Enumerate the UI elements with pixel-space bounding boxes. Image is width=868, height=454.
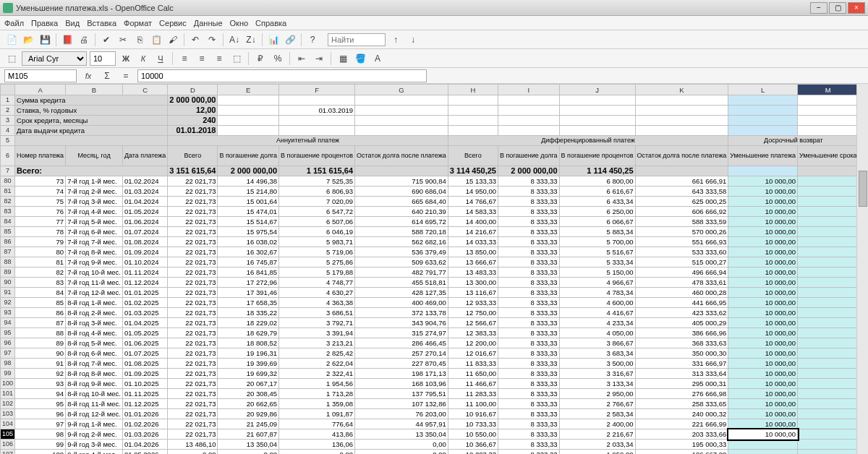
find-input[interactable] — [328, 33, 386, 46]
percent-icon[interactable]: % — [271, 51, 285, 66]
find-prev-icon[interactable]: ↑ — [388, 33, 403, 47]
row-head[interactable]: 87 — [1, 247, 15, 257]
decrease-indent-icon[interactable]: ⇤ — [294, 51, 309, 66]
row-head[interactable]: 96 — [1, 338, 15, 348]
underline-icon[interactable]: Ч — [153, 51, 168, 66]
copy-icon[interactable]: ⎘ — [132, 33, 147, 47]
menu-Файл[interactable]: Файл — [4, 19, 24, 27]
row-head[interactable]: 92 — [1, 298, 15, 308]
print-icon[interactable]: 🖨 — [77, 33, 91, 47]
row-head[interactable]: 91 — [1, 288, 15, 298]
undo-icon[interactable]: ↶ — [188, 33, 203, 47]
menu-Окно[interactable]: Окно — [230, 19, 249, 27]
col-head-D[interactable]: D — [168, 85, 218, 95]
italic-icon[interactable]: К — [136, 51, 150, 66]
row-head[interactable]: 102 — [1, 399, 15, 409]
row-head[interactable]: 101 — [1, 389, 15, 399]
row-head[interactable]: 98 — [1, 359, 15, 369]
row-head[interactable]: 86 — [1, 237, 15, 247]
row-head[interactable]: 105 — [1, 429, 15, 440]
spellcheck-icon[interactable]: ✔ — [99, 33, 114, 47]
row-head[interactable]: 89 — [1, 267, 15, 278]
menu-Формат[interactable]: Формат — [124, 19, 152, 27]
row-head[interactable]: 95 — [1, 328, 15, 338]
align-center-icon[interactable]: ≡ — [195, 51, 209, 66]
col-head-H[interactable]: H — [448, 85, 498, 95]
row-head[interactable]: 83 — [1, 207, 15, 217]
col-head-M[interactable]: M — [798, 85, 859, 95]
formula-input[interactable] — [137, 69, 427, 82]
font-color-icon[interactable]: A — [370, 51, 385, 66]
hyperlink-icon[interactable]: 🔗 — [283, 33, 297, 47]
paste-icon[interactable]: 📋 — [149, 33, 163, 47]
row-head[interactable]: 2 — [1, 106, 15, 116]
help-icon[interactable]: ? — [305, 33, 320, 47]
sort-asc-icon[interactable]: A↓ — [227, 33, 242, 47]
row-head[interactable]: 3 — [1, 116, 15, 126]
close-button[interactable]: × — [848, 2, 865, 14]
minimize-button[interactable]: − — [810, 2, 827, 14]
row-head[interactable]: 93 — [1, 308, 15, 318]
col-head-K[interactable]: K — [635, 85, 728, 95]
row-head[interactable]: 4 — [1, 126, 15, 136]
font-name-select[interactable]: Arial Cyr — [22, 51, 87, 66]
maximize-button[interactable]: ▢ — [829, 2, 846, 14]
chart-icon[interactable]: 📊 — [266, 33, 281, 47]
format-paint-icon[interactable]: 🖌 — [166, 33, 180, 47]
row-head[interactable]: 82 — [1, 197, 15, 207]
bg-color-icon[interactable]: 🪣 — [353, 51, 367, 66]
menu-Правка[interactable]: Правка — [31, 19, 58, 27]
row-head[interactable]: 94 — [1, 318, 15, 328]
menu-Данные[interactable]: Данные — [194, 19, 223, 27]
equals-icon[interactable]: = — [119, 69, 133, 83]
font-size-input[interactable] — [90, 51, 116, 66]
col-head-L[interactable]: L — [728, 85, 798, 95]
col-head-J[interactable]: J — [559, 85, 635, 95]
menu-Сервис[interactable]: Сервис — [159, 19, 187, 27]
row-head[interactable]: 84 — [1, 217, 15, 227]
col-head-B[interactable]: B — [66, 85, 123, 95]
currency-icon[interactable]: ₽ — [253, 51, 268, 66]
redo-icon[interactable]: ↷ — [205, 33, 219, 47]
col-head-A[interactable]: A — [15, 85, 66, 95]
row-head[interactable]: 80 — [1, 176, 15, 187]
menu-Вид[interactable]: Вид — [65, 19, 80, 27]
menu-Вставка[interactable]: Вставка — [87, 19, 116, 27]
row-head[interactable]: 107 — [1, 450, 15, 455]
save-icon[interactable]: 💾 — [38, 33, 52, 47]
row-head[interactable]: 97 — [1, 348, 15, 359]
col-head-E[interactable]: E — [218, 85, 279, 95]
sort-desc-icon[interactable]: Z↓ — [244, 33, 258, 47]
find-next-icon[interactable]: ↓ — [406, 33, 420, 47]
borders-icon[interactable]: ▦ — [336, 51, 350, 66]
col-head-F[interactable]: F — [279, 85, 355, 95]
cut-icon[interactable]: ✂ — [116, 33, 130, 47]
row-head[interactable]: 100 — [1, 379, 15, 389]
row-head[interactable]: 104 — [1, 419, 15, 429]
menu-Справка[interactable]: Справка — [255, 19, 286, 27]
spreadsheet-grid[interactable]: ABCDEFGHIJKLMNOPQRSTUVWXY1Сумма кредита2… — [0, 84, 868, 454]
align-right-icon[interactable]: ≡ — [212, 51, 226, 66]
row-head[interactable]: 88 — [1, 257, 15, 267]
row-head[interactable]: 90 — [1, 278, 15, 288]
select-all[interactable] — [1, 85, 15, 95]
row-head[interactable]: 106 — [1, 440, 15, 450]
vertical-scrollbar[interactable] — [856, 84, 868, 454]
export-pdf-icon[interactable]: 📕 — [60, 33, 75, 47]
fx-icon[interactable]: fx — [81, 69, 95, 83]
col-head-I[interactable]: I — [498, 85, 559, 95]
styles-icon[interactable]: ⬚ — [4, 51, 19, 66]
row-head[interactable]: 1 — [1, 95, 15, 106]
col-head-G[interactable]: G — [355, 85, 448, 95]
merge-cells-icon[interactable]: ⬚ — [229, 51, 244, 66]
open-icon[interactable]: 📂 — [21, 33, 35, 47]
row-head[interactable]: 103 — [1, 409, 15, 419]
bold-icon[interactable]: Ж — [119, 51, 133, 66]
col-head-C[interactable]: C — [122, 85, 167, 95]
new-icon[interactable]: 📄 — [4, 33, 19, 47]
row-head[interactable]: 99 — [1, 369, 15, 379]
row-head[interactable]: 85 — [1, 227, 15, 237]
increase-indent-icon[interactable]: ⇥ — [312, 51, 326, 66]
name-box[interactable] — [4, 69, 77, 82]
align-left-icon[interactable]: ≡ — [177, 51, 192, 66]
